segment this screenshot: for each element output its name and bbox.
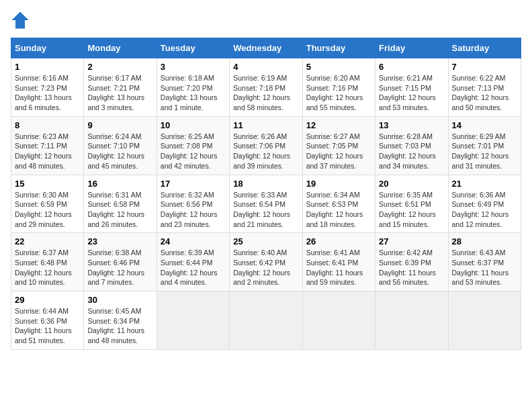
day-number: 9 <box>87 120 152 130</box>
day-cell: 1 Sunrise: 6:16 AMSunset: 7:23 PMDayligh… <box>11 58 84 117</box>
day-number: 22 <box>15 236 80 246</box>
day-info: Sunrise: 6:16 AMSunset: 7:23 PMDaylight:… <box>15 74 72 111</box>
day-cell: 2 Sunrise: 6:17 AMSunset: 7:21 PMDayligh… <box>84 58 157 117</box>
day-cell: 22 Sunrise: 6:37 AMSunset: 6:48 PMDaylig… <box>11 233 84 291</box>
day-cell: 18 Sunrise: 6:33 AMSunset: 6:54 PMDaylig… <box>230 175 302 233</box>
header-wednesday: Wednesday <box>230 38 302 58</box>
day-cell <box>375 291 448 350</box>
day-number: 13 <box>379 120 444 130</box>
day-info: Sunrise: 6:42 AMSunset: 6:39 PMDaylight:… <box>379 248 436 286</box>
day-cell: 11 Sunrise: 6:26 AMSunset: 7:06 PMDaylig… <box>230 116 302 175</box>
day-info: Sunrise: 6:24 AMSunset: 7:10 PMDaylight:… <box>87 132 144 170</box>
day-number: 12 <box>306 120 371 130</box>
day-cell: 16 Sunrise: 6:31 AMSunset: 6:58 PMDaylig… <box>84 175 157 233</box>
week-row-2: 8 Sunrise: 6:23 AMSunset: 7:11 PMDayligh… <box>11 116 521 175</box>
day-info: Sunrise: 6:17 AMSunset: 7:21 PMDaylight:… <box>87 74 144 111</box>
day-number: 27 <box>379 236 444 246</box>
day-info: Sunrise: 6:26 AMSunset: 7:06 PMDaylight:… <box>233 132 290 170</box>
day-number: 6 <box>379 62 444 72</box>
day-cell: 8 Sunrise: 6:23 AMSunset: 7:11 PMDayligh… <box>11 116 84 175</box>
header-monday: Monday <box>84 38 157 58</box>
day-number: 26 <box>306 236 371 246</box>
day-number: 28 <box>452 236 517 246</box>
day-number: 7 <box>452 62 517 72</box>
day-cell: 24 Sunrise: 6:39 AMSunset: 6:44 PMDaylig… <box>157 233 229 291</box>
day-cell: 29 Sunrise: 6:44 AMSunset: 6:36 PMDaylig… <box>11 291 84 350</box>
day-cell <box>230 291 302 350</box>
header-tuesday: Tuesday <box>157 38 229 58</box>
day-number: 16 <box>87 179 152 189</box>
day-info: Sunrise: 6:35 AMSunset: 6:51 PMDaylight:… <box>379 191 436 228</box>
day-info: Sunrise: 6:45 AMSunset: 6:34 PMDaylight:… <box>87 307 144 345</box>
day-info: Sunrise: 6:31 AMSunset: 6:58 PMDaylight:… <box>87 191 144 228</box>
day-number: 24 <box>161 236 226 246</box>
day-info: Sunrise: 6:23 AMSunset: 7:11 PMDaylight:… <box>15 132 72 170</box>
header-friday: Friday <box>375 38 448 58</box>
page-header <box>11 11 521 30</box>
day-info: Sunrise: 6:27 AMSunset: 7:05 PMDaylight:… <box>306 132 363 170</box>
header-sunday: Sunday <box>11 38 84 58</box>
day-cell: 3 Sunrise: 6:18 AMSunset: 7:20 PMDayligh… <box>157 58 229 117</box>
day-cell: 26 Sunrise: 6:41 AMSunset: 6:41 PMDaylig… <box>302 233 375 291</box>
day-info: Sunrise: 6:36 AMSunset: 6:49 PMDaylight:… <box>452 191 509 228</box>
logo <box>11 11 32 30</box>
day-number: 2 <box>87 62 152 72</box>
day-cell: 9 Sunrise: 6:24 AMSunset: 7:10 PMDayligh… <box>84 116 157 175</box>
day-cell: 23 Sunrise: 6:38 AMSunset: 6:46 PMDaylig… <box>84 233 157 291</box>
day-info: Sunrise: 6:25 AMSunset: 7:08 PMDaylight:… <box>161 132 218 170</box>
day-cell: 30 Sunrise: 6:45 AMSunset: 6:34 PMDaylig… <box>84 291 157 350</box>
day-info: Sunrise: 6:18 AMSunset: 7:20 PMDaylight:… <box>161 74 218 111</box>
day-number: 30 <box>87 295 152 305</box>
day-number: 1 <box>15 62 80 72</box>
day-number: 4 <box>233 62 298 72</box>
day-number: 21 <box>452 179 517 189</box>
day-cell: 6 Sunrise: 6:21 AMSunset: 7:15 PMDayligh… <box>375 58 448 117</box>
day-info: Sunrise: 6:19 AMSunset: 7:18 PMDaylight:… <box>233 74 290 111</box>
day-cell: 13 Sunrise: 6:28 AMSunset: 7:03 PMDaylig… <box>375 116 448 175</box>
day-info: Sunrise: 6:40 AMSunset: 6:42 PMDaylight:… <box>233 248 290 286</box>
day-number: 17 <box>161 179 226 189</box>
day-cell: 14 Sunrise: 6:29 AMSunset: 7:01 PMDaylig… <box>448 116 521 175</box>
day-number: 19 <box>306 179 371 189</box>
day-number: 14 <box>452 120 517 130</box>
day-cell: 17 Sunrise: 6:32 AMSunset: 6:56 PMDaylig… <box>157 175 229 233</box>
week-row-1: 1 Sunrise: 6:16 AMSunset: 7:23 PMDayligh… <box>11 58 521 117</box>
day-info: Sunrise: 6:20 AMSunset: 7:16 PMDaylight:… <box>306 74 363 111</box>
day-cell: 12 Sunrise: 6:27 AMSunset: 7:05 PMDaylig… <box>302 116 375 175</box>
day-info: Sunrise: 6:30 AMSunset: 6:59 PMDaylight:… <box>15 191 72 228</box>
day-info: Sunrise: 6:32 AMSunset: 6:56 PMDaylight:… <box>161 191 218 228</box>
day-number: 10 <box>161 120 226 130</box>
day-info: Sunrise: 6:22 AMSunset: 7:13 PMDaylight:… <box>452 74 509 111</box>
week-row-5: 29 Sunrise: 6:44 AMSunset: 6:36 PMDaylig… <box>11 291 521 350</box>
day-cell: 27 Sunrise: 6:42 AMSunset: 6:39 PMDaylig… <box>375 233 448 291</box>
day-cell: 7 Sunrise: 6:22 AMSunset: 7:13 PMDayligh… <box>448 58 521 117</box>
day-info: Sunrise: 6:34 AMSunset: 6:53 PMDaylight:… <box>306 191 363 228</box>
day-cell: 21 Sunrise: 6:36 AMSunset: 6:49 PMDaylig… <box>448 175 521 233</box>
day-info: Sunrise: 6:28 AMSunset: 7:03 PMDaylight:… <box>379 132 436 170</box>
day-number: 29 <box>15 295 80 305</box>
day-info: Sunrise: 6:29 AMSunset: 7:01 PMDaylight:… <box>452 132 509 170</box>
day-number: 11 <box>233 120 298 130</box>
day-cell <box>302 291 375 350</box>
day-info: Sunrise: 6:33 AMSunset: 6:54 PMDaylight:… <box>233 191 290 228</box>
day-info: Sunrise: 6:41 AMSunset: 6:41 PMDaylight:… <box>306 248 363 286</box>
calendar-table: SundayMondayTuesdayWednesdayThursdayFrid… <box>11 38 521 350</box>
header-saturday: Saturday <box>448 38 521 58</box>
day-number: 8 <box>15 120 80 130</box>
day-cell: 4 Sunrise: 6:19 AMSunset: 7:18 PMDayligh… <box>230 58 302 117</box>
day-number: 3 <box>161 62 226 72</box>
day-number: 5 <box>306 62 371 72</box>
header-thursday: Thursday <box>302 38 375 58</box>
day-cell <box>448 291 521 350</box>
day-cell: 20 Sunrise: 6:35 AMSunset: 6:51 PMDaylig… <box>375 175 448 233</box>
day-cell <box>157 291 229 350</box>
day-cell: 19 Sunrise: 6:34 AMSunset: 6:53 PMDaylig… <box>302 175 375 233</box>
day-info: Sunrise: 6:39 AMSunset: 6:44 PMDaylight:… <box>161 248 218 286</box>
day-cell: 28 Sunrise: 6:43 AMSunset: 6:37 PMDaylig… <box>448 233 521 291</box>
day-info: Sunrise: 6:38 AMSunset: 6:46 PMDaylight:… <box>87 248 144 286</box>
day-number: 15 <box>15 179 80 189</box>
day-info: Sunrise: 6:44 AMSunset: 6:36 PMDaylight:… <box>15 307 72 345</box>
calendar-header-row: SundayMondayTuesdayWednesdayThursdayFrid… <box>11 38 521 58</box>
day-info: Sunrise: 6:43 AMSunset: 6:37 PMDaylight:… <box>452 248 509 286</box>
day-cell: 15 Sunrise: 6:30 AMSunset: 6:59 PMDaylig… <box>11 175 84 233</box>
